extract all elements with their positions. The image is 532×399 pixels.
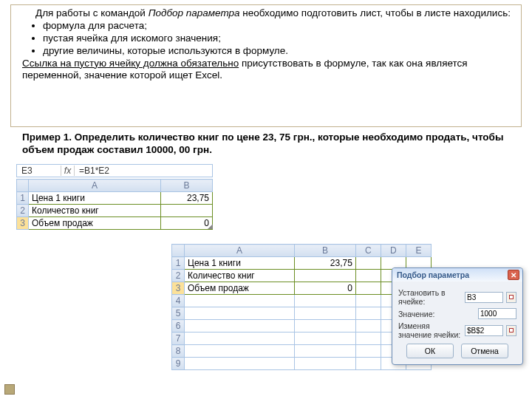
p1b: Подбор параметра [149,7,240,18]
intro-text: Для работы с командой Подбор параметра н… [22,7,517,82]
col-A: A [29,180,161,192]
changing-cell-label: Изменяя значение ячейки: [398,321,462,339]
grid-1: AB 1Цена 1 книги23,75 2Количество книг 3… [16,179,213,230]
col-B: B [160,180,212,192]
to-value-input[interactable] [478,308,516,319]
fx-icon: fx [61,166,75,176]
name-box: E3 [17,166,61,176]
slide-corner-icon [4,384,15,395]
bullet-list: формула для расчета; пустая ячейка для и… [22,20,517,58]
formula-value: =B1*E2 [75,166,212,176]
excel-screenshot-1: E3 fx =B1*E2 AB 1Цена 1 книги23,75 2Коли… [16,164,213,230]
to-value-label: Значение: [398,310,475,318]
p1c: необходимо подготовить лист, чтобы в лис… [240,7,511,18]
bullet-3: другие величины, которые используются в … [43,45,517,58]
cell-ref-icon[interactable] [506,292,516,303]
resize-handle-icon: ◢ [208,222,213,230]
p1a: Для работы с командой [35,7,149,18]
p2a: Ссылка на пустую ячейку должна обязатель… [22,58,239,69]
goal-seek-dialog: Подбор параметра ✕ Установить в ячейке: … [392,267,523,365]
dialog-title-bar[interactable]: Подбор параметра ✕ [392,268,522,282]
bullet-1: формула для расчета; [43,20,517,33]
ok-button[interactable]: ОК [406,344,454,358]
set-cell-label: Установить в ячейке: [398,288,462,306]
changing-cell-input[interactable] [465,325,503,336]
bullet-2: пустая ячейка для искомого значения; [43,33,517,45]
cell-ref-icon[interactable] [506,325,516,336]
cancel-button[interactable]: Отмена [461,344,508,358]
formula-bar: E3 fx =B1*E2 [16,164,213,177]
dialog-title: Подбор параметра [397,270,469,279]
set-cell-input[interactable] [465,292,503,303]
example-text: Пример 1. Определить количество книг по … [22,132,517,157]
close-icon[interactable]: ✕ [508,270,519,280]
